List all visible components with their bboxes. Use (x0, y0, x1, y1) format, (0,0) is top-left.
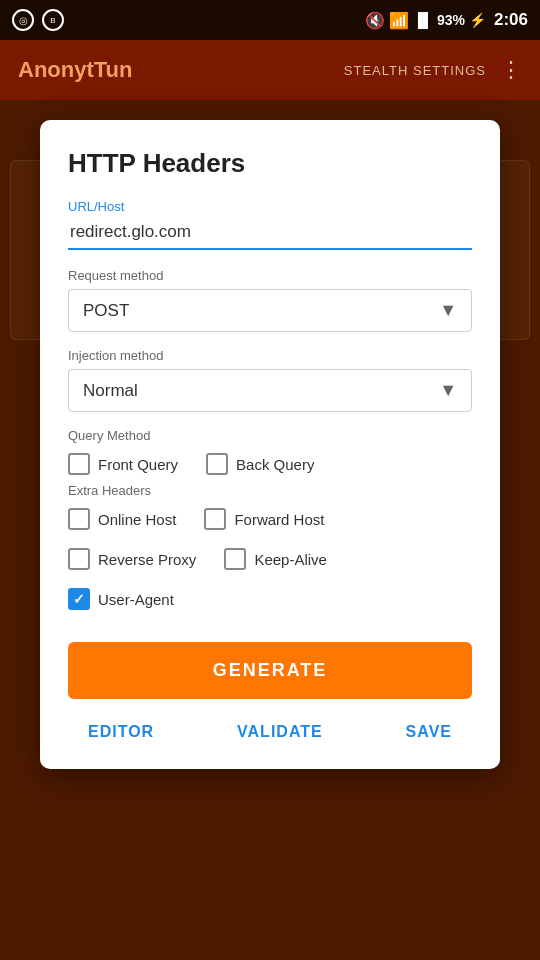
front-query-checkbox[interactable] (68, 453, 90, 475)
app-title: AnonytTun (18, 57, 132, 83)
user-agent-item: ✓ User-Agent (68, 588, 174, 610)
query-method-row: Front Query Back Query (68, 453, 472, 475)
dialog-overlay: HTTP Headers URL/Host Request method POS… (0, 100, 540, 960)
save-button[interactable]: SAVE (396, 719, 462, 745)
validate-button[interactable]: VALIDATE (227, 719, 333, 745)
front-query-item: Front Query (68, 453, 178, 475)
http-headers-dialog: HTTP Headers URL/Host Request method POS… (40, 120, 500, 769)
more-options-icon[interactable]: ⋮ (500, 57, 522, 83)
user-agent-label: User-Agent (98, 591, 174, 608)
request-method-value: POST (83, 301, 129, 321)
keep-alive-checkbox[interactable] (224, 548, 246, 570)
status-icon-2: B (42, 9, 64, 31)
query-method-label: Query Method (68, 428, 472, 443)
generate-button[interactable]: GENERATE (68, 642, 472, 699)
keep-alive-label: Keep-Alive (254, 551, 327, 568)
online-host-item: Online Host (68, 508, 176, 530)
request-method-label: Request method (68, 268, 472, 283)
forward-host-item: Forward Host (204, 508, 324, 530)
extra-headers-row-3: ✓ User-Agent (68, 588, 472, 610)
bottom-buttons: EDITOR VALIDATE SAVE (68, 719, 472, 745)
battery-percent: 93% (437, 12, 465, 28)
injection-method-value: Normal (83, 381, 138, 401)
time-display: 2:06 (494, 10, 528, 30)
signal-icon: ▐▌ (413, 12, 433, 28)
back-query-checkbox[interactable] (206, 453, 228, 475)
reverse-proxy-checkbox[interactable] (68, 548, 90, 570)
stealth-settings-label[interactable]: STEALTH SETTINGS (344, 63, 486, 78)
online-host-checkbox[interactable] (68, 508, 90, 530)
mute-icon: 🔇 (365, 11, 385, 30)
forward-host-label: Forward Host (234, 511, 324, 528)
reverse-proxy-label: Reverse Proxy (98, 551, 196, 568)
dialog-title: HTTP Headers (68, 148, 472, 179)
app-bar: AnonytTun STEALTH SETTINGS ⋮ (0, 40, 540, 100)
status-icon-1: ◎ (12, 9, 34, 31)
request-method-dropdown[interactable]: POST ▼ (68, 289, 472, 332)
user-agent-check-icon: ✓ (73, 591, 85, 607)
status-right-info: 🔇 📶 ▐▌ 93% ⚡ 2:06 (365, 10, 528, 30)
extra-headers-label: Extra Headers (68, 483, 472, 498)
front-query-label: Front Query (98, 456, 178, 473)
user-agent-checkbox[interactable]: ✓ (68, 588, 90, 610)
forward-host-checkbox[interactable] (204, 508, 226, 530)
back-query-label: Back Query (236, 456, 314, 473)
injection-method-label: Injection method (68, 348, 472, 363)
reverse-proxy-item: Reverse Proxy (68, 548, 196, 570)
keep-alive-item: Keep-Alive (224, 548, 327, 570)
app-bar-right: STEALTH SETTINGS ⋮ (344, 57, 522, 83)
online-host-label: Online Host (98, 511, 176, 528)
extra-headers-grid: Online Host Forward Host Reverse Proxy (68, 508, 472, 618)
back-query-item: Back Query (206, 453, 314, 475)
status-bar: ◎ B 🔇 📶 ▐▌ 93% ⚡ 2:06 (0, 0, 540, 40)
wifi-icon: 📶 (389, 11, 409, 30)
extra-headers-row-1: Online Host Forward Host (68, 508, 472, 530)
url-host-input[interactable] (68, 218, 472, 250)
request-method-arrow-icon: ▼ (439, 300, 457, 321)
url-host-label: URL/Host (68, 199, 472, 214)
injection-method-arrow-icon: ▼ (439, 380, 457, 401)
editor-button[interactable]: EDITOR (78, 719, 164, 745)
background-content: TX KB HTTP Headers URL/Host Request meth… (0, 100, 540, 960)
battery-icon: ⚡ (469, 12, 486, 28)
injection-method-dropdown[interactable]: Normal ▼ (68, 369, 472, 412)
extra-headers-row-2: Reverse Proxy Keep-Alive (68, 548, 472, 570)
status-left-icons: ◎ B (12, 9, 64, 31)
